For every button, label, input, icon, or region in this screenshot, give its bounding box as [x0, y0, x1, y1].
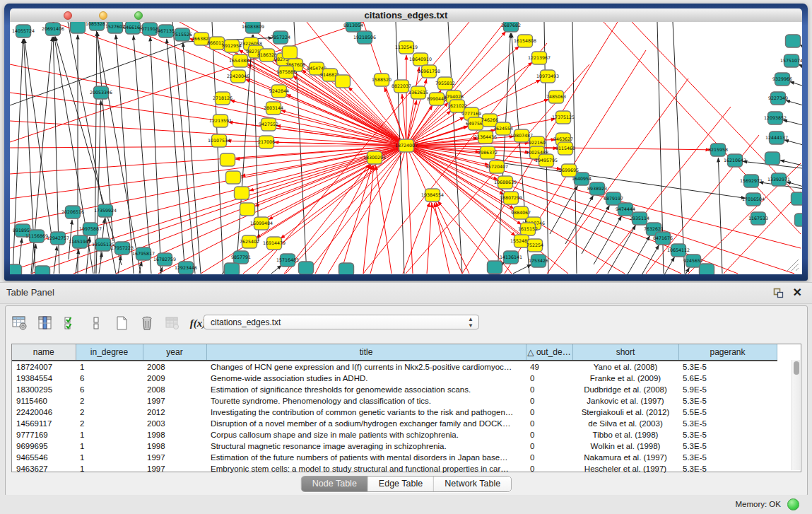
graph-node[interactable]	[795, 214, 803, 226]
import-table-icon[interactable]	[164, 315, 181, 332]
graph-node-label: 17957223	[111, 245, 134, 250]
table-row[interactable]: 969969511998Structural magnetic resonanc…	[12, 440, 777, 452]
graph-node-label: 15720407	[486, 164, 508, 169]
table-scrollbar-thumb[interactable]	[794, 361, 799, 375]
cell-in_degree: 1	[76, 452, 143, 463]
graph-node[interactable]	[220, 153, 235, 166]
column-header-short[interactable]: short	[572, 344, 678, 361]
column-header-year[interactable]: year	[143, 344, 206, 361]
graph-node[interactable]	[700, 264, 714, 274]
delete-table-icon[interactable]	[139, 315, 155, 332]
graph-node-label: 19384554	[421, 192, 444, 197]
graph-node-label: 9857791	[231, 255, 251, 259]
network-window-titlebar[interactable]: citations_edges.txt	[10, 8, 802, 23]
graph-node-label: 3624554	[493, 126, 513, 131]
status-bar: Memory: OK	[0, 495, 812, 514]
graph-node[interactable]	[786, 35, 801, 47]
graph-node[interactable]	[339, 263, 354, 274]
float-panel-icon[interactable]	[773, 288, 784, 298]
graph-node[interactable]	[488, 261, 502, 274]
graph-node-label: 10807487	[510, 133, 533, 138]
graph-node[interactable]	[299, 262, 314, 274]
graph-node-label: 217006	[258, 139, 275, 144]
graph-node-label: 922160	[529, 140, 546, 145]
column-header-title[interactable]: title	[206, 344, 526, 361]
graph-node-label: 1362615	[408, 90, 428, 95]
cell-name: 9465546	[12, 452, 76, 463]
cell-pagerank: 5.3E-5	[678, 418, 777, 429]
cell-name: 9777169	[12, 429, 76, 440]
cell-title: Genome-wide association studies in ADHD.	[206, 373, 526, 384]
cell-out_de: 0	[526, 418, 572, 429]
table-selector-dropdown[interactable]: citations_edges.txt ▲▼	[204, 315, 479, 329]
cell-title: Changes of HCN gene expression and I(f) …	[206, 361, 526, 373]
table-scrollbar[interactable]	[792, 360, 800, 470]
graph-node-label: 8938923	[587, 186, 607, 191]
table-row[interactable]: 1830029562008Estimation of significance …	[12, 384, 777, 395]
close-panel-icon[interactable]: ✕	[793, 286, 802, 300]
column-header-pagerank[interactable]: pagerank	[678, 344, 777, 361]
table-settings-icon[interactable]	[11, 315, 28, 332]
table-row[interactable]: 946554611997Estimation of the future num…	[12, 452, 777, 463]
cell-in_degree: 2	[76, 395, 143, 407]
graph-node[interactable]	[10, 264, 22, 274]
graph-node[interactable]	[240, 203, 255, 216]
memory-ok-indicator[interactable]	[787, 498, 799, 510]
graph-node-label: 16961758	[418, 69, 440, 74]
graph-node-label: 8912954	[222, 43, 242, 48]
graph-node-label: 20691406	[42, 26, 64, 31]
graph-node[interactable]	[283, 46, 298, 59]
show-column-icon[interactable]	[37, 315, 54, 332]
graph-node[interactable]	[336, 75, 351, 88]
window-resize-grip[interactable]	[787, 259, 799, 271]
graph-node-label: 16914479	[263, 240, 286, 245]
graph-node[interactable]	[235, 187, 249, 199]
graph-node[interactable]	[792, 192, 803, 205]
network-canvas[interactable]: 1405572420691406108532871527602646616010…	[10, 22, 802, 274]
cell-out_de: 0	[526, 395, 572, 407]
cell-in_degree: 2	[76, 407, 143, 418]
table-row[interactable]: 1456911722003Disruption of a novel membe…	[12, 418, 777, 429]
graph-node-label: 16099484	[250, 221, 273, 226]
graph-node-label: 12444137	[765, 135, 788, 140]
graph-node-label: 9884067	[511, 210, 531, 215]
graph-node-label: 8822037	[392, 83, 411, 88]
row-height-icon[interactable]	[88, 315, 105, 332]
column-header-name[interactable]: name	[12, 344, 76, 361]
graph-node-label: 15716485	[276, 257, 299, 262]
cell-short: Yano et al. (2008)	[572, 361, 678, 373]
graph-node[interactable]	[71, 22, 86, 33]
graph-node-label: 9777169	[461, 111, 481, 116]
select-rows-icon[interactable]	[62, 315, 79, 332]
table-panel-body: f(x) citations_edges.txt ▲▼ namein_degre…	[5, 305, 808, 496]
graph-node-label: 18640910	[409, 57, 432, 62]
cell-pagerank: 5.5E-5	[678, 407, 777, 418]
table-row[interactable]: 1872400712008Changes of HCN gene express…	[12, 361, 777, 373]
cell-year: 2003	[143, 418, 206, 429]
graph-node-label: 10973493	[536, 74, 559, 78]
node-table: namein_degreeyeartitle△ out_de…shortpage…	[12, 344, 777, 474]
cell-short: Franke et al. (2009)	[572, 373, 678, 384]
table-row[interactable]: 1938455462009Genome-wide association stu…	[12, 373, 777, 384]
cell-name: 19384554	[12, 373, 76, 384]
graph-node[interactable]	[226, 171, 241, 184]
graph-node[interactable]	[765, 152, 780, 165]
table-row[interactable]: 977716911998Corpus callosum shape and si…	[12, 429, 777, 440]
tab-node-table[interactable]: Node Table	[302, 477, 368, 491]
cell-title: Estimation of significance thresholds fo…	[206, 384, 526, 395]
graph-node[interactable]	[225, 263, 240, 274]
graph-node-label: 2718126	[213, 95, 233, 100]
tab-network-table[interactable]: Network Table	[434, 477, 511, 491]
table-row[interactable]: 946362711997Embryonic stem cells: a mode…	[12, 463, 777, 474]
column-header-in_degree[interactable]: in_degree	[76, 344, 143, 361]
cell-short: Dudbridge et al. (2008)	[572, 384, 678, 395]
table-row[interactable]: 2242004622012Investigating the contribut…	[12, 407, 777, 418]
column-header-out_de[interactable]: △ out_de…	[526, 344, 572, 361]
table-row[interactable]: 911546021997Tourette syndrome. Phenomeno…	[12, 395, 777, 407]
graph-node-label: 746266	[481, 117, 498, 122]
graph-node-label: 16083809	[242, 24, 264, 29]
cell-title: Tourette syndrome. Phenomenology and cla…	[206, 395, 526, 407]
tab-edge-table[interactable]: Edge Table	[368, 477, 434, 491]
graph-node[interactable]	[35, 266, 50, 274]
create-table-icon[interactable]	[113, 315, 130, 332]
